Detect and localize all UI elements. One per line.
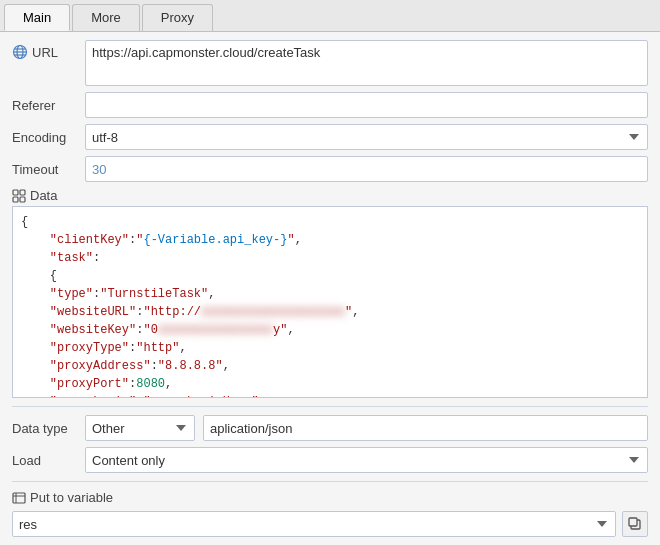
load-select[interactable]: Content only DOM Full page <box>85 447 648 473</box>
divider <box>12 406 648 407</box>
encoding-label: Encoding <box>12 130 77 145</box>
tab-proxy[interactable]: Proxy <box>142 4 213 31</box>
main-container: Main More Proxy URL https://api.capmonst… <box>0 0 660 545</box>
svg-rect-9 <box>13 493 25 503</box>
datatype-select[interactable]: Other application/json application/x-www… <box>85 415 195 441</box>
data-editor[interactable]: { "clientKey":"{-Variable.api_key-}", "t… <box>12 206 648 398</box>
copy-button[interactable] <box>622 511 648 537</box>
referer-label: Referer <box>12 98 77 113</box>
globe-icon <box>12 44 28 60</box>
datatype-row: Data type Other application/json applica… <box>12 415 648 441</box>
copy-icon <box>628 517 642 531</box>
encoding-row: Encoding utf-8 utf-16 ascii iso-8859-1 <box>12 124 648 150</box>
svg-rect-6 <box>20 190 25 195</box>
code-line: "task": <box>21 249 639 267</box>
data-icon <box>12 189 26 203</box>
encoding-select[interactable]: utf-8 utf-16 ascii iso-8859-1 <box>85 124 648 150</box>
data-label: Data <box>12 188 648 203</box>
code-line: "proxyLogin":"proxyLoginHere", <box>21 393 639 398</box>
code-line: { <box>21 267 639 285</box>
code-line: "proxyAddress":"8.8.8.8", <box>21 357 639 375</box>
url-label-text: URL <box>32 45 58 60</box>
tab-main[interactable]: Main <box>4 4 70 31</box>
code-line: "websiteKey":"0xxxxxxxxxxxxxxxxy", <box>21 321 639 339</box>
divider2 <box>12 481 648 482</box>
variable-row: res <box>12 511 648 537</box>
tab-bar: Main More Proxy <box>0 0 660 32</box>
variable-icon <box>12 491 26 505</box>
datatype-text-input[interactable] <box>203 415 648 441</box>
svg-rect-7 <box>13 197 18 202</box>
load-row: Load Content only DOM Full page <box>12 447 648 473</box>
url-row: URL https://api.capmonster.cloud/createT… <box>12 40 648 86</box>
svg-rect-8 <box>20 197 25 202</box>
code-line: { <box>21 213 639 231</box>
timeout-label: Timeout <box>12 162 77 177</box>
url-label: URL <box>12 40 77 60</box>
referer-input[interactable] <box>85 92 648 118</box>
referer-row: Referer <box>12 92 648 118</box>
datatype-label: Data type <box>12 421 77 436</box>
url-input[interactable]: https://api.capmonster.cloud/createTask <box>85 40 648 86</box>
put-to-variable-label: Put to variable <box>12 490 648 505</box>
content-area: URL https://api.capmonster.cloud/createT… <box>0 32 660 545</box>
svg-rect-5 <box>13 190 18 195</box>
load-label: Load <box>12 453 77 468</box>
timeout-row: Timeout <box>12 156 648 182</box>
code-line: "proxyType":"http", <box>21 339 639 357</box>
code-line: "clientKey":"{-Variable.api_key-}", <box>21 231 639 249</box>
timeout-input[interactable] <box>85 156 648 182</box>
code-line: "proxyPort":8080, <box>21 375 639 393</box>
variable-select[interactable]: res <box>12 511 616 537</box>
code-line: "type":"TurnstileTask", <box>21 285 639 303</box>
code-line: "websiteURL":"http://xxxxxxxxxxxxxxxxxxx… <box>21 303 639 321</box>
data-section: Data { "clientKey":"{-Variable.api_key-}… <box>12 188 648 398</box>
svg-rect-13 <box>629 518 637 526</box>
tab-more[interactable]: More <box>72 4 140 31</box>
